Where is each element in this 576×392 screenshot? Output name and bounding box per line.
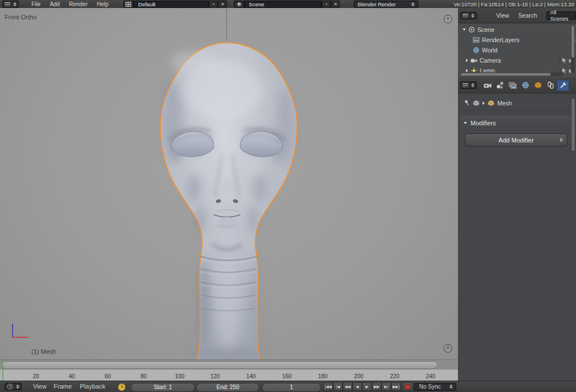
- constraints-chain-icon: [547, 81, 554, 89]
- current-frame-field[interactable]: 1: [262, 383, 321, 392]
- play-reverse-button[interactable]: ◀: [352, 382, 362, 391]
- editor-type-button[interactable]: [5, 383, 22, 390]
- timeline-menu-view[interactable]: View: [33, 383, 47, 390]
- add-layout-button[interactable]: +: [209, 1, 218, 8]
- outliner-vscrollbar[interactable]: [571, 25, 575, 73]
- auto-keyframe-record-button[interactable]: [403, 382, 413, 391]
- timeline-menu-playback[interactable]: Playback: [80, 383, 106, 390]
- outliner-row-renderlayers[interactable]: RenderLayers: [458, 35, 576, 45]
- menu-help[interactable]: Help: [92, 1, 113, 7]
- scene-stats: Ve:10720 | Fa:10514 | Ob:1-15 | La:2 | M…: [453, 1, 576, 7]
- start-frame-field[interactable]: Start: 1: [131, 383, 195, 392]
- object-data-icon[interactable]: [473, 100, 480, 107]
- add-region-plus-icon[interactable]: +: [444, 15, 452, 23]
- 3d-viewport[interactable]: Front Ortho (1) Mesh + +: [0, 8, 459, 360]
- ruler-tick-label: 60: [104, 373, 111, 379]
- ruler-tick-label: 80: [140, 373, 147, 379]
- tab-render-layers[interactable]: [506, 80, 519, 91]
- screen-layout-field[interactable]: Default: [133, 1, 209, 8]
- play-button[interactable]: ▶: [362, 382, 372, 391]
- chevron-updown-icon: [411, 2, 415, 6]
- timeline-scrollbar[interactable]: [0, 360, 459, 370]
- scene-field[interactable]: Scene: [244, 1, 322, 8]
- timeline-menu-frame[interactable]: Frame: [54, 383, 72, 390]
- outliner-row-world[interactable]: World: [458, 45, 576, 55]
- menu-add[interactable]: Add: [45, 1, 64, 7]
- add-scene-button[interactable]: +: [322, 1, 331, 8]
- collapse-icon[interactable]: [463, 28, 466, 31]
- tab-constraints[interactable]: [544, 80, 557, 91]
- info-editor-icon: [5, 2, 10, 6]
- frame-forward-button[interactable]: ▶▶: [372, 382, 382, 391]
- properties-vscrollbar[interactable]: [571, 96, 575, 381]
- time-clock-icon[interactable]: [117, 383, 126, 391]
- chevron-updown-icon: [13, 2, 17, 6]
- end-frame-field[interactable]: End: 250: [196, 383, 259, 392]
- jump-to-end-button[interactable]: ▶▶|: [391, 382, 401, 391]
- menu-file[interactable]: File: [27, 1, 45, 7]
- expand-icon[interactable]: [466, 59, 468, 62]
- outliner-display-filter[interactable]: All Scenes: [546, 11, 576, 20]
- add-modifier-button[interactable]: Add Modifier: [465, 133, 567, 146]
- world-tab-icon: [522, 81, 529, 89]
- world-icon: [473, 47, 480, 54]
- screen-grid-icon: [125, 2, 131, 7]
- scene-browse-button[interactable]: [234, 1, 244, 8]
- modifiers-panel-header[interactable]: Modifiers: [460, 116, 572, 129]
- outliner-row-scene[interactable]: Scene: [458, 24, 576, 35]
- menu-render[interactable]: Render: [64, 1, 92, 7]
- outliner-row-camera[interactable]: Camera: [458, 55, 576, 66]
- sync-mode-select[interactable]: No Sync: [414, 383, 456, 391]
- scrollbar-thumb[interactable]: [571, 98, 575, 152]
- chevron-updown-icon: [471, 14, 474, 18]
- restrict-select-icon[interactable]: [562, 58, 567, 63]
- outliner-menu-view[interactable]: View: [492, 12, 514, 19]
- alien-head-model[interactable]: [0, 8, 458, 360]
- screen-layout-browse-button[interactable]: [123, 1, 133, 8]
- tab-render[interactable]: [481, 80, 494, 91]
- render-engine-select[interactable]: Blender Render: [354, 1, 419, 8]
- outliner-hscrollbar[interactable]: [460, 72, 563, 76]
- tab-object[interactable]: [532, 80, 544, 91]
- outliner-menu-search[interactable]: Search: [514, 12, 542, 19]
- tab-world[interactable]: [519, 80, 532, 91]
- jump-to-start-button[interactable]: |◀◀: [323, 382, 333, 391]
- pin-icon[interactable]: [464, 100, 470, 107]
- outliner-editor-icon: [463, 14, 468, 18]
- mesh-icon: [488, 100, 494, 107]
- editor-type-button[interactable]: [460, 81, 477, 89]
- breadcrumb-mesh-label[interactable]: Mesh: [497, 100, 512, 107]
- panel-collapse-icon[interactable]: [464, 122, 467, 124]
- prev-keyframe-button[interactable]: |◀: [333, 382, 343, 391]
- timeline-editor-icon: [7, 383, 13, 390]
- properties-editor[interactable]: Mesh Modifiers Add Modifier: [458, 77, 576, 381]
- ruler-tick-label: 180: [318, 373, 328, 379]
- timeline-ruler[interactable]: 20 40 60 80 100 120 140 160 180 200 220 …: [0, 369, 459, 382]
- tab-scene[interactable]: [494, 80, 506, 91]
- add-region-plus-icon[interactable]: +: [444, 344, 452, 353]
- playback-controls: |◀◀ |◀ ◀◀ ◀ ▶ ▶▶ ▶| ▶▶|: [323, 382, 401, 391]
- info-header: File Add Render Help Default + ✕ Scene +…: [0, 0, 576, 9]
- frame-back-button[interactable]: ◀◀: [343, 382, 352, 391]
- chevron-updown-icon: [449, 385, 453, 389]
- next-keyframe-button[interactable]: ▶|: [382, 382, 391, 391]
- timeline-scrollbar-thumb[interactable]: [1, 361, 437, 369]
- record-icon: [405, 384, 411, 390]
- scrollbar-thumb[interactable]: [571, 26, 574, 58]
- scene-icon: [468, 26, 475, 33]
- tab-modifiers[interactable]: [557, 80, 569, 91]
- scrollbar-thumb[interactable]: [461, 73, 551, 76]
- editor-type-button[interactable]: [2, 1, 19, 8]
- editor-type-button[interactable]: [460, 12, 477, 19]
- scene-tab-icon: [496, 81, 504, 89]
- view-name-label: Front Ortho: [5, 14, 36, 21]
- ruler-tick-label: 20: [33, 373, 39, 379]
- close-layout-button[interactable]: ✕: [218, 1, 227, 8]
- outliner[interactable]: View Search All Scenes Scene RenderLayer…: [458, 8, 576, 78]
- ruler-tick-label: 200: [354, 373, 364, 379]
- right-panel: View Search All Scenes Scene RenderLayer…: [458, 8, 576, 381]
- current-frame-indicator[interactable]: [2, 360, 3, 381]
- chevron-updown-icon: [16, 385, 19, 389]
- properties-tab-row: [458, 77, 576, 93]
- close-scene-button[interactable]: ✕: [331, 1, 340, 8]
